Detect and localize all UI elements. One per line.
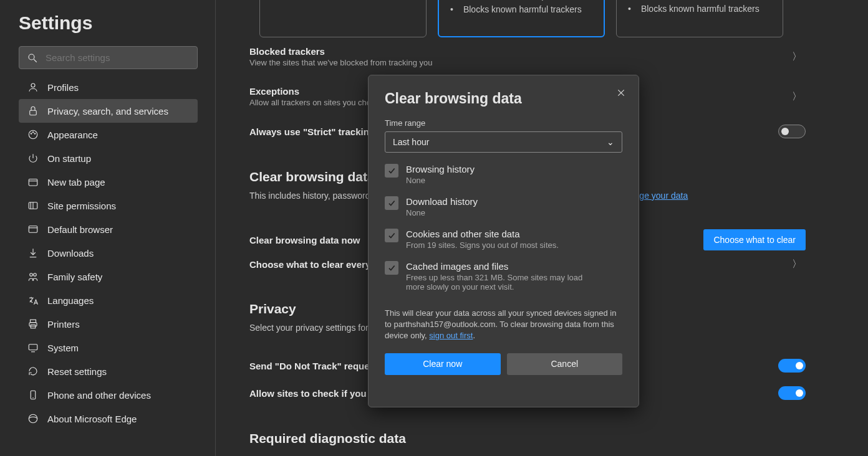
clear-item-sub: From 19 sites. Signs you out of most sit… [406,240,559,250]
sidebar-item-reset-settings[interactable]: Reset settings [19,359,198,383]
checkbox[interactable] [385,196,398,210]
lang-icon [27,295,39,306]
svg-point-2 [31,83,35,87]
sidebar-item-privacy-search-and-services[interactable]: Privacy, search, and services [19,99,198,123]
sidebar-item-on-startup[interactable]: On startup [19,146,198,170]
sidebar-item-label: Site permissions [47,201,116,211]
time-range-label: Time range [385,118,622,128]
svg-point-0 [29,54,34,60]
choose-what-to-clear-button[interactable]: Choose what to clear [703,229,806,250]
printer-icon [27,318,39,330]
svg-point-26 [29,414,37,423]
card-bullet: Blocks known harmful trackers [271,0,415,2]
search-input-wrap[interactable] [19,46,198,69]
note-text: This will clear your data across all you… [385,308,616,340]
sidebar-item-profiles[interactable]: Profiles [19,75,198,99]
svg-rect-3 [30,110,37,115]
edge-icon [27,413,39,424]
sidebar: Settings ProfilesPrivacy, search, and se… [0,0,215,456]
phone-icon [27,389,39,401]
search-icon [27,52,38,64]
section-heading: Required diagnostic data [249,431,406,446]
sidebar-item-new-tab-page[interactable]: New tab page [19,170,198,194]
chevron-right-icon: 〉 [792,258,806,271]
clear-item-sub: None [406,176,475,185]
sidebar-item-label: About Microsoft Edge [47,414,137,424]
sliders-icon [27,200,39,211]
clear-item-title: Cached images and files [406,261,599,272]
sidebar-item-about-microsoft-edge[interactable]: About Microsoft Edge [19,407,198,430]
card-bullet: Blocks known harmful trackers [628,2,771,16]
clear-item-sub: Frees up less than 321 MB. Some sites ma… [406,273,599,292]
checkbox[interactable] [385,229,398,242]
clear-item-row: Cached images and filesFrees up less tha… [385,261,622,292]
reset-icon [27,366,39,377]
clear-item-sub: None [406,208,478,217]
sidebar-item-label: Privacy, search, and services [47,106,168,116]
sidebar-item-label: On startup [47,153,91,164]
svg-line-1 [34,59,37,62]
row-title: Clear browsing data now [249,235,360,245]
svg-point-7 [34,133,36,135]
sidebar-item-label: New tab page [47,177,105,188]
clear-item-row: Cookies and other site dataFrom 19 sites… [385,229,622,250]
time-range-value: Last hour [393,137,429,147]
page-title: Settings [19,12,215,34]
svg-point-16 [30,273,33,277]
svg-point-6 [32,132,34,133]
window-icon [27,224,39,235]
row-sub: Allow all trackers on sites you choose [249,98,384,107]
sidebar-item-appearance[interactable]: Appearance [19,123,198,146]
toggle-dnt[interactable] [778,359,806,373]
clear-now-button[interactable]: Clear now [385,353,501,375]
tracking-card-balanced[interactable]: Sites will work as expected Blocks known… [438,0,605,37]
checkbox[interactable] [385,261,398,275]
chevron-right-icon: 〉 [792,90,806,103]
dialog-buttons: Clear now Cancel [385,353,622,375]
svg-rect-8 [29,179,37,186]
sidebar-item-family-safety[interactable]: Family safety [19,265,198,288]
checkbox[interactable] [385,164,398,178]
toggle-strict-inprivate[interactable] [778,125,806,138]
card-bullet: Blocks known harmful trackers [450,2,592,16]
row-title: Send "Do Not Track" requests [249,361,383,371]
clear-item-title: Cookies and other site data [406,229,559,239]
sidebar-item-languages[interactable]: Languages [19,288,198,312]
sync-note: This will clear your data across all you… [385,308,622,342]
sidebar-item-downloads[interactable]: Downloads [19,241,198,265]
svg-rect-19 [31,320,36,323]
sidebar-item-site-permissions[interactable]: Site permissions [19,194,198,217]
chevron-down-icon: ⌄ [607,137,614,147]
power-icon [27,153,39,164]
sidebar-item-phone-and-other-devices[interactable]: Phone and other devices [19,383,198,407]
sign-out-first-link[interactable]: sign out first [429,331,473,340]
cancel-button[interactable]: Cancel [507,353,623,375]
note-text: . [473,331,475,340]
palette-icon [27,129,39,140]
row-title: Blocked trackers [249,46,432,57]
clear-item-title: Browsing history [406,164,475,174]
svg-point-17 [34,273,37,277]
toggle-payment-check[interactable] [778,386,806,400]
sidebar-item-label: Downloads [47,248,94,259]
svg-rect-22 [29,344,37,350]
chevron-right-icon: 〉 [792,50,806,64]
row-blocked-trackers[interactable]: Blocked trackers View the sites that we'… [249,46,806,67]
download-icon [27,247,39,259]
user-icon [27,82,39,93]
sidebar-item-system[interactable]: System [19,336,198,359]
sidebar-item-label: System [47,343,79,353]
system-icon [27,342,39,353]
sidebar-item-printers[interactable]: Printers [19,312,198,336]
search-input[interactable] [46,52,190,63]
tracking-cards: Blocks known harmful trackers Sites will… [259,0,783,37]
svg-rect-13 [29,226,37,233]
tracking-card-strict[interactable]: Parts of sites might not work Blocks kno… [616,0,783,37]
lock-icon [27,105,39,116]
sidebar-item-default-browser[interactable]: Default browser [19,217,198,241]
clear-item-row: Download historyNone [385,196,622,217]
time-range-select[interactable]: Last hour ⌄ [385,131,622,153]
sidebar-item-label: Profiles [47,82,79,93]
close-icon[interactable] [612,84,630,102]
tracking-card-basic[interactable]: Blocks known harmful trackers [259,0,427,37]
